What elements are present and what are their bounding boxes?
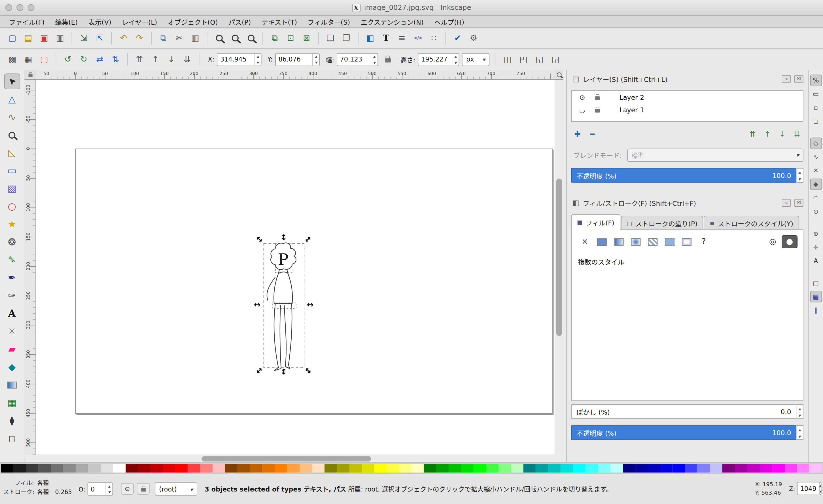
eraser-tool[interactable]: ▰: [4, 341, 20, 357]
fill-pattern[interactable]: [645, 235, 661, 248]
palette-swatch[interactable]: [300, 464, 312, 472]
text-tool[interactable]: A: [4, 306, 20, 321]
palette-swatch[interactable]: [598, 464, 611, 472]
palette-swatch[interactable]: [188, 464, 200, 472]
tab-stroke-paint[interactable]: □ストロークの塗り(P): [621, 216, 703, 230]
y-spinbox[interactable]: 86.076: [275, 53, 320, 66]
raise-to-top[interactable]: ⇈: [133, 52, 147, 66]
palette-swatch[interactable]: [449, 464, 461, 472]
open-document[interactable]: ▤: [21, 31, 35, 45]
import[interactable]: ⇲: [77, 31, 91, 45]
scale-handle-w[interactable]: ↔: [254, 301, 261, 309]
spellcheck[interactable]: ✔: [451, 31, 465, 45]
lower-layer-to-bottom[interactable]: ⇊: [791, 128, 803, 140]
spin-up-icon[interactable]: [452, 53, 459, 59]
palette-swatch[interactable]: [275, 464, 287, 472]
spin-up-icon[interactable]: [255, 53, 261, 59]
palette-swatch[interactable]: [237, 464, 250, 472]
fill-stroke-dialog[interactable]: ◧: [363, 31, 377, 45]
spin-down-icon[interactable]: [313, 59, 319, 65]
text-dialog[interactable]: T: [379, 31, 393, 45]
palette-swatch[interactable]: [424, 464, 437, 472]
undo[interactable]: ↶: [117, 31, 131, 45]
horizontal-ruler[interactable]: -500501001502002503003504004505005506006…: [36, 70, 554, 79]
height-spinner[interactable]: [452, 53, 459, 65]
palette-swatch[interactable]: [573, 464, 586, 472]
box3d-tool[interactable]: ▧: [4, 181, 20, 196]
remove-layer[interactable]: ━: [586, 128, 599, 140]
layer-opacity-slider[interactable]: 不透明度 (%) 100.0: [571, 168, 796, 183]
palette-swatch[interactable]: [325, 464, 337, 472]
palette-swatch[interactable]: [660, 464, 673, 472]
raise[interactable]: ↑: [149, 52, 162, 66]
palette-swatch[interactable]: [474, 464, 486, 472]
palette-swatch[interactable]: [685, 464, 697, 472]
palette-swatch[interactable]: [88, 464, 101, 472]
palette-swatch[interactable]: [412, 464, 424, 472]
palette-swatch[interactable]: [337, 464, 349, 472]
fill-none[interactable]: ×: [577, 235, 593, 248]
mesh-tool[interactable]: ▦: [4, 395, 20, 411]
layer-row[interactable]: ⊙Layer 2: [571, 91, 803, 103]
palette-swatch[interactable]: [212, 464, 225, 472]
menu-item[interactable]: オブジェクト(O): [163, 16, 223, 28]
opacity-spinner[interactable]: [796, 425, 803, 440]
export[interactable]: ⇱: [93, 31, 107, 45]
scale-handle-s[interactable]: ↕: [280, 368, 287, 376]
snap-grids[interactable]: ▦: [810, 291, 822, 303]
palette-swatch[interactable]: [175, 464, 188, 472]
snap-bounding-box[interactable]: ▭: [810, 88, 822, 100]
palette-swatch[interactable]: [399, 464, 412, 472]
measure-tool[interactable]: ◺: [4, 145, 20, 161]
palette-swatch[interactable]: [349, 464, 362, 472]
palette-swatch[interactable]: [113, 464, 126, 472]
snap-toggle[interactable]: %: [810, 74, 822, 86]
palette-swatch[interactable]: [386, 464, 399, 472]
width-spinner[interactable]: [371, 53, 377, 65]
palette-swatch[interactable]: [772, 464, 785, 472]
spin-down-icon[interactable]: [796, 175, 803, 182]
pencil-tool[interactable]: ✎: [4, 252, 20, 268]
star-tool[interactable]: ★: [4, 216, 20, 232]
zoom-page[interactable]: [244, 31, 258, 45]
transform-gradient-toggle[interactable]: ◱: [532, 52, 546, 66]
snap-rotation-centers[interactable]: ✛: [810, 241, 822, 253]
opacity-spinbox[interactable]: 0: [88, 482, 113, 496]
palette-swatch[interactable]: [611, 464, 623, 472]
palette-swatch[interactable]: [14, 464, 26, 472]
snap-midpoints[interactable]: ⊙: [810, 206, 822, 217]
spin-up-icon[interactable]: [796, 405, 803, 411]
palette-swatch[interactable]: [548, 464, 561, 472]
layer-unlock-button[interactable]: [592, 107, 602, 113]
snap-bbox-corners[interactable]: ◻: [810, 115, 822, 127]
fill-unknown[interactable]: ?: [696, 235, 712, 248]
horizontal-scrollbar[interactable]: [36, 455, 554, 462]
transform-pattern-toggle[interactable]: ◲: [548, 52, 562, 66]
spin-down-icon[interactable]: [820, 488, 821, 494]
clone[interactable]: ⊡: [284, 31, 298, 45]
paste[interactable]: ▥: [188, 31, 202, 45]
zoom-spinbox[interactable]: 1049: [797, 482, 821, 495]
layer-unlock-button[interactable]: [592, 94, 602, 100]
group[interactable]: ❏: [323, 31, 337, 45]
palette-swatch[interactable]: [26, 464, 38, 472]
snap-bbox-edges[interactable]: ▫: [810, 102, 822, 113]
style-indicator[interactable]: フィル: 各種 ストローク: 各種 0.265: [3, 479, 72, 497]
palette-swatch[interactable]: [672, 464, 685, 472]
palette-swatch[interactable]: [623, 464, 635, 472]
guide-lock-toggle[interactable]: [24, 70, 36, 79]
vertical-ruler[interactable]: -100-50050100150200250300350400450500: [24, 80, 36, 455]
palette-swatch[interactable]: [461, 464, 474, 472]
lower-to-bottom[interactable]: ⇊: [180, 52, 194, 66]
snap-smooth-nodes[interactable]: ◠: [810, 192, 822, 204]
snap-paths[interactable]: ∿: [810, 151, 822, 163]
palette-swatch[interactable]: [797, 464, 809, 472]
palette-swatch[interactable]: [76, 464, 88, 472]
spin-up-icon[interactable]: [371, 53, 377, 59]
spin-down-icon[interactable]: [796, 433, 803, 439]
snap-guides[interactable]: ∥: [810, 305, 822, 316]
palette-swatch[interactable]: [101, 464, 113, 472]
unlink-clone[interactable]: ⊠: [300, 31, 313, 45]
preferences[interactable]: ⚙: [467, 31, 481, 45]
palette-swatch[interactable]: [536, 464, 548, 472]
